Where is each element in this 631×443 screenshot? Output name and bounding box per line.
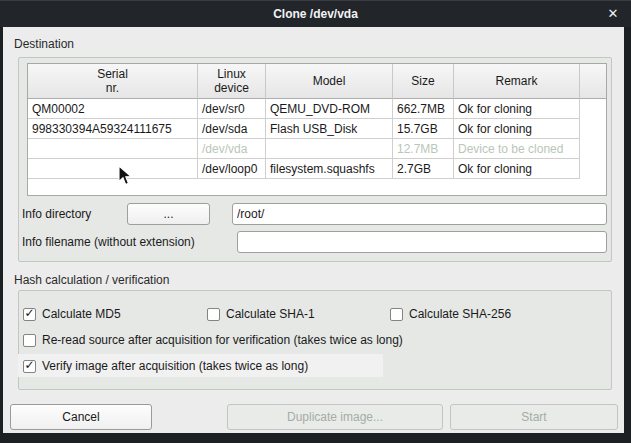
sha1-checkbox-box[interactable] — [207, 308, 220, 321]
cell-size[interactable]: 12.7MB — [393, 139, 454, 159]
cell-filler — [580, 99, 606, 119]
info-directory-input[interactable] — [232, 203, 607, 225]
cell-device[interactable]: /dev/sda — [198, 119, 266, 139]
column-header-filler — [580, 64, 606, 99]
reread-checkbox-box[interactable] — [23, 334, 36, 347]
cell-serial[interactable] — [28, 159, 198, 179]
cancel-button[interactable]: Cancel — [10, 404, 152, 430]
start-button[interactable]: Start — [450, 404, 618, 430]
sha256-checkbox-label: Calculate SHA-256 — [409, 307, 511, 321]
cell-remark[interactable]: Ok for cloning — [454, 119, 580, 139]
column-header-linux-device[interactable]: Linux device — [198, 64, 266, 99]
cell-remark[interactable]: Device to be cloned — [454, 139, 580, 159]
column-header-remark[interactable]: Remark — [454, 64, 580, 99]
cell-device[interactable]: /dev/sr0 — [198, 99, 266, 119]
titlebar: Clone /dev/vda ✕ — [0, 0, 631, 27]
hash-section-label: Hash calculation / verification — [14, 273, 169, 287]
md5-checkbox-box[interactable]: ✓ — [23, 308, 36, 321]
info-filename-input[interactable] — [237, 231, 607, 253]
cell-model[interactable]: QEMU_DVD-ROM — [266, 99, 393, 119]
cell-remark[interactable]: Ok for cloning — [454, 99, 580, 119]
info-directory-label: Info directory — [22, 203, 91, 225]
checkmark-icon: ✓ — [24, 359, 34, 372]
cell-serial[interactable] — [28, 139, 198, 159]
checkbox-calculate-md5[interactable]: ✓ Calculate MD5 — [23, 307, 121, 321]
close-icon[interactable]: ✕ — [605, 6, 621, 22]
cell-model[interactable] — [266, 139, 393, 159]
cell-serial[interactable]: 998330394A59324111675 — [28, 119, 198, 139]
checkbox-calculate-sha1[interactable]: Calculate SHA-1 — [207, 307, 315, 321]
column-header-serial[interactable]: Serial nr. — [28, 64, 198, 99]
cell-remark[interactable]: Ok for cloning — [454, 159, 580, 179]
cell-device[interactable]: /dev/loop0 — [198, 159, 266, 179]
duplicate-image-button[interactable]: Duplicate image... — [227, 404, 443, 430]
clone-dialog-window: Clone /dev/vda ✕ Destination Serial nr. … — [0, 0, 631, 443]
destination-table: Serial nr. Linux device Model Size Remar… — [27, 63, 607, 196]
window-title: Clone /dev/vda — [0, 7, 631, 21]
cell-serial[interactable]: QM00002 — [28, 99, 198, 119]
md5-checkbox-label: Calculate MD5 — [42, 307, 121, 321]
info-filename-label: Info filename (without extension) — [22, 231, 195, 253]
cell-model[interactable]: filesystem.squashfs — [266, 159, 393, 179]
sha1-checkbox-label: Calculate SHA-1 — [226, 307, 315, 321]
dialog-content: Destination Serial nr. Linux device Mode… — [3, 27, 624, 433]
cell-size[interactable]: 15.7GB — [393, 119, 454, 139]
reread-checkbox-label: Re-read source after acquisition for ver… — [42, 333, 403, 347]
checkbox-reread-source[interactable]: Re-read source after acquisition for ver… — [23, 333, 403, 347]
column-header-size[interactable]: Size — [393, 64, 454, 99]
verify-checkbox-label: Verify image after acquisition (takes tw… — [42, 359, 308, 373]
mouse-cursor-icon — [118, 165, 132, 187]
cell-filler — [580, 159, 606, 179]
checkbox-calculate-sha256[interactable]: Calculate SHA-256 — [390, 307, 511, 321]
cell-filler — [580, 139, 606, 159]
destination-section-label: Destination — [14, 37, 74, 51]
cell-size[interactable]: 2.7GB — [393, 159, 454, 179]
table-empty-area — [28, 179, 606, 195]
cell-filler — [580, 119, 606, 139]
checkmark-icon: ✓ — [24, 307, 34, 320]
verify-checkbox-box[interactable]: ✓ — [23, 360, 36, 373]
cell-device[interactable]: /dev/vda — [198, 139, 266, 159]
column-header-model[interactable]: Model — [266, 64, 393, 99]
checkbox-verify-image[interactable]: ✓ Verify image after acquisition (takes … — [23, 359, 308, 373]
browse-directory-button[interactable]: ... — [127, 203, 210, 225]
cell-size[interactable]: 662.7MB — [393, 99, 454, 119]
sha256-checkbox-box[interactable] — [390, 308, 403, 321]
cell-model[interactable]: Flash USB_Disk — [266, 119, 393, 139]
